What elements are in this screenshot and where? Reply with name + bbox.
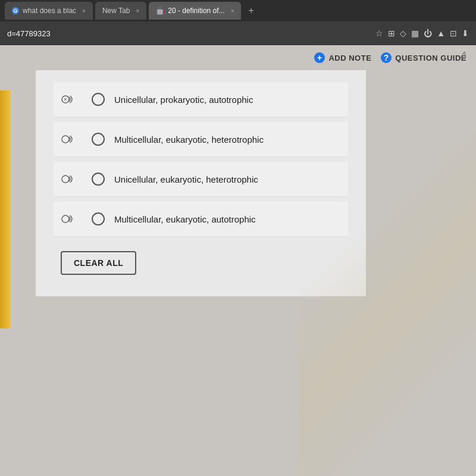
clear-all-button[interactable]: CLEAR ALL xyxy=(61,251,136,275)
svg-point-2 xyxy=(62,176,69,183)
question-guide-icon: ? xyxy=(381,52,392,63)
extension-icon-6[interactable]: ⬇ xyxy=(462,29,469,38)
audio-icon-4[interactable] xyxy=(61,213,82,225)
extension-icon-5[interactable]: ⊡ xyxy=(450,29,457,38)
extension-icon-4[interactable]: ▲ xyxy=(437,29,445,38)
radio-option-3[interactable] xyxy=(92,173,105,186)
ai-icon: 🤖 xyxy=(156,7,164,15)
option-row-4: Multicellular, eukaryotic, autotrophic xyxy=(54,202,348,237)
question-guide-label: QUESTION GUIDE xyxy=(395,54,466,62)
top-right-label: A xyxy=(461,50,466,60)
star-icon[interactable]: ☆ xyxy=(375,29,383,38)
tab-definition[interactable]: 🤖 20 - definition of... × xyxy=(149,2,241,20)
radio-option-2[interactable] xyxy=(92,133,105,146)
address-icons: ☆ ⊞ ◇ ▦ ⏻ ▲ ⊡ ⬇ xyxy=(375,29,469,38)
add-note-label: ADD NOTE xyxy=(328,54,371,62)
add-note-button[interactable]: + ADD NOTE xyxy=(314,52,371,63)
option-text-4: Multicellular, eukaryotic, autotrophic xyxy=(114,214,341,224)
quiz-content: Unicellular, prokaryotic, autotrophic Mu… xyxy=(36,70,476,296)
option-text-3: Unicellular, eukaryotic, heterotrophic xyxy=(114,174,341,184)
option-row-2: Multicellular, eukaryotic, heterotrophic xyxy=(54,122,348,157)
option-text-2: Multicellular, eukaryotic, heterotrophic xyxy=(114,134,341,145)
quiz-toolbar: + ADD NOTE ? QUESTION GUIDE xyxy=(0,45,476,70)
option-row-1: Unicellular, prokaryotic, autotrophic xyxy=(54,82,348,117)
option-row-3: Unicellular, eukaryotic, heterotrophic xyxy=(54,162,348,197)
address-bar: d=47789323 ☆ ⊞ ◇ ▦ ⏻ ▲ ⊡ ⬇ xyxy=(0,21,476,45)
tab-label-3: 20 - definition of... xyxy=(168,7,224,15)
extension-icon-1[interactable]: ⊞ xyxy=(388,29,395,38)
options-container: Unicellular, prokaryotic, autotrophic Mu… xyxy=(36,70,366,296)
radio-option-1[interactable] xyxy=(92,93,105,106)
tab-new-tab[interactable]: New Tab × xyxy=(95,2,146,20)
tab-close-2[interactable]: × xyxy=(136,8,139,14)
power-icon[interactable]: ⏻ xyxy=(424,29,432,38)
content-area: A + ADD NOTE ? QUESTION GUIDE xyxy=(0,45,476,476)
audio-icon-3[interactable] xyxy=(61,173,82,185)
question-guide-button[interactable]: ? QUESTION GUIDE xyxy=(381,52,466,63)
browser-chrome: G what does a blac × New Tab × 🤖 20 - de… xyxy=(0,0,476,45)
address-text[interactable]: d=47789323 xyxy=(7,29,369,38)
tab-close-1[interactable]: × xyxy=(82,8,86,14)
extension-icon-2[interactable]: ◇ xyxy=(400,29,406,38)
new-tab-button[interactable]: + xyxy=(243,3,258,18)
tab-bar: G what does a blac × New Tab × 🤖 20 - de… xyxy=(0,0,476,21)
left-stripe xyxy=(0,90,11,328)
radio-option-4[interactable] xyxy=(92,212,105,226)
google-icon: G xyxy=(12,7,19,14)
add-note-icon: + xyxy=(314,52,325,63)
option-text-1: Unicellular, prokaryotic, autotrophic xyxy=(114,95,341,105)
tab-label-2: New Tab xyxy=(102,7,130,15)
tab-what-does[interactable]: G what does a blac × xyxy=(5,2,93,20)
tab-close-3[interactable]: × xyxy=(231,8,234,14)
extension-icon-3[interactable]: ▦ xyxy=(411,29,419,38)
svg-point-3 xyxy=(62,215,69,223)
svg-point-1 xyxy=(62,136,69,143)
audio-icon-2[interactable] xyxy=(61,133,82,145)
main-content-wrapper: Unicellular, prokaryotic, autotrophic Mu… xyxy=(0,70,476,296)
tab-label-1: what does a blac xyxy=(23,7,76,15)
audio-icon-1[interactable] xyxy=(61,93,82,105)
